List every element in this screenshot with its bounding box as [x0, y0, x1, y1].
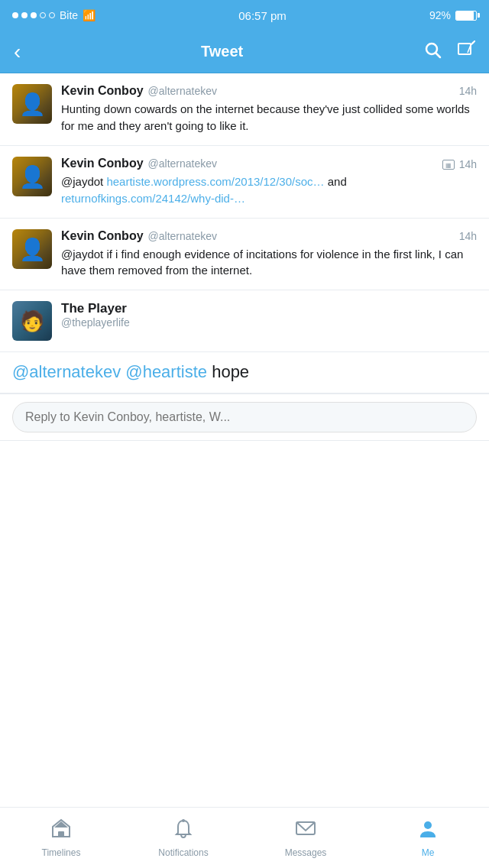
- me-icon: [417, 818, 439, 844]
- reply-input[interactable]: [12, 402, 477, 432]
- svg-rect-7: [58, 831, 64, 837]
- dot1: [12, 12, 18, 18]
- dot4: [40, 12, 46, 18]
- timelines-label: Timelines: [42, 847, 81, 858]
- tweet-text-2: @jaydot heartiste.wordpress.com/2013/12/…: [61, 173, 477, 207]
- tweet-handle-2: @alternatekev: [148, 157, 217, 170]
- tweet-header-1: Kevin Conboy @alternatekev 14h: [61, 84, 477, 98]
- me-label: Me: [422, 847, 435, 858]
- status-left: Bite 📶: [12, 9, 96, 21]
- player-handle: @theplayerlife: [61, 316, 477, 329]
- signal-dots: [12, 12, 55, 18]
- avatar-player: [12, 301, 52, 341]
- nav-item-timelines[interactable]: Timelines: [0, 808, 122, 868]
- nav-icons: [423, 40, 475, 63]
- svg-point-9: [182, 819, 185, 822]
- nav-title: Tweet: [201, 43, 243, 60]
- tweet-handle-1: @alternatekev: [148, 85, 217, 97]
- partial-text-normal: hope: [212, 362, 249, 381]
- nav-bar: ‹ Tweet: [0, 31, 489, 73]
- tweet-time-3: 14h: [459, 230, 477, 242]
- wifi-icon: 📶: [83, 9, 96, 21]
- svg-point-11: [424, 821, 432, 829]
- tweet-header-left-2: Kevin Conboy @alternatekev: [61, 157, 217, 170]
- nav-item-messages[interactable]: Messages: [244, 808, 367, 868]
- media-icon-2: ▦: [442, 160, 455, 170]
- tweet-item-3[interactable]: Kevin Conboy @alternatekev 14h @jaydot i…: [0, 219, 489, 291]
- tweet-time-1: 14h: [459, 85, 477, 97]
- svg-line-1: [436, 53, 441, 57]
- tweet-link-1[interactable]: heartiste.wordpress.com/2013/12/30/soc…: [106, 175, 324, 188]
- search-icon[interactable]: [423, 40, 442, 63]
- tweet-item-4[interactable]: The Player @theplayerlife: [0, 290, 489, 352]
- nav-item-notifications[interactable]: Notifications: [122, 808, 244, 868]
- player-info: The Player @theplayerlife: [61, 301, 477, 329]
- partial-tweet-text: @alternatekev @heartiste hope: [12, 361, 477, 384]
- compose-icon[interactable]: [457, 40, 475, 63]
- tweet-text-3: @jaydot if i find enough evidence of inc…: [61, 246, 477, 280]
- status-bar: Bite 📶 06:57 pm 92%: [0, 0, 489, 31]
- tweet-text-1: Hunting down cowards on the internet bec…: [61, 101, 477, 134]
- messages-label: Messages: [285, 847, 327, 858]
- tweet-header-left-3: Kevin Conboy @alternatekev: [61, 229, 217, 243]
- avatar-kevin-1: [12, 84, 52, 124]
- partial-mention-2[interactable]: @heartiste: [125, 362, 207, 381]
- messages-icon: [295, 818, 316, 844]
- tweet-content-2: Kevin Conboy @alternatekev ▦ 14h @jaydot…: [61, 157, 477, 207]
- tweet-content-1: Kevin Conboy @alternatekev 14h Hunting d…: [61, 84, 477, 134]
- back-button[interactable]: ‹: [14, 41, 21, 63]
- timelines-icon: [50, 818, 72, 844]
- dot5: [49, 12, 55, 18]
- battery-fill: [456, 11, 474, 20]
- tweet-handle-3: @alternatekev: [148, 230, 217, 242]
- tweet-time-2: ▦ 14h: [442, 158, 477, 170]
- partial-mention-1[interactable]: @alternatekev: [12, 362, 121, 381]
- partial-tweet: @alternatekev @heartiste hope: [0, 352, 489, 394]
- tweet-link-2[interactable]: returnofkings.com/24142/why-did-…: [61, 192, 245, 205]
- bottom-spacer: [0, 441, 489, 502]
- status-time: 06:57 pm: [238, 9, 287, 22]
- tweet-name-2: Kevin Conboy: [61, 157, 144, 170]
- carrier-label: Bite: [60, 9, 78, 21]
- tweet-content-3: Kevin Conboy @alternatekev 14h @jaydot i…: [61, 229, 477, 280]
- nav-item-me[interactable]: Me: [367, 808, 489, 868]
- tweet-name-3: Kevin Conboy: [61, 229, 144, 243]
- tweet-item-2[interactable]: Kevin Conboy @alternatekev ▦ 14h @jaydot…: [0, 146, 489, 219]
- tweet-header-2: Kevin Conboy @alternatekev ▦ 14h: [61, 157, 477, 171]
- tweet-header-3: Kevin Conboy @alternatekev 14h: [61, 229, 477, 243]
- battery-percent: 92%: [429, 9, 451, 21]
- svg-line-4: [472, 40, 475, 44]
- tweet-item-1[interactable]: Kevin Conboy @alternatekev 14h Hunting d…: [0, 73, 489, 146]
- tweet-header-left-1: Kevin Conboy @alternatekev: [61, 84, 217, 98]
- tweet-mention: @jaydot: [61, 175, 106, 188]
- battery-icon: [455, 11, 477, 21]
- player-name: The Player: [61, 301, 477, 316]
- avatar-kevin-3: [12, 229, 52, 269]
- bottom-nav: Timelines Notifications Messages Me: [0, 807, 489, 868]
- reply-box: [0, 394, 489, 441]
- tweet-link-separator: and: [325, 175, 347, 188]
- notifications-label: Notifications: [158, 847, 208, 858]
- status-right: 92%: [429, 9, 477, 21]
- tweet-name-1: Kevin Conboy: [61, 84, 144, 98]
- dot2: [21, 12, 28, 18]
- dot3: [31, 12, 37, 18]
- avatar-kevin-2: [12, 157, 52, 196]
- notifications-icon: [173, 818, 194, 844]
